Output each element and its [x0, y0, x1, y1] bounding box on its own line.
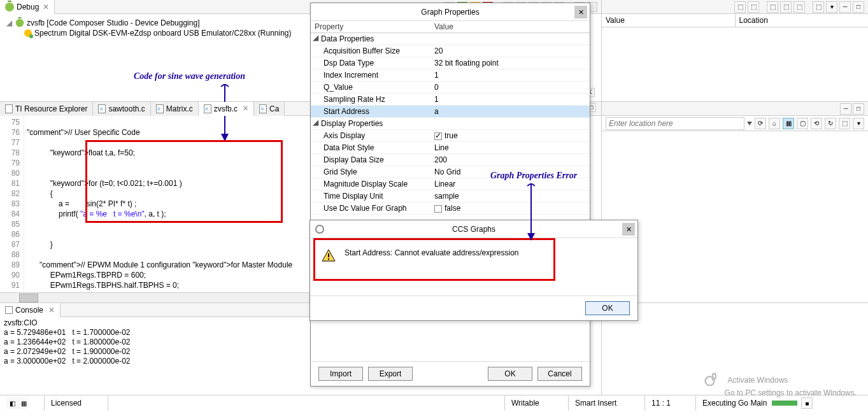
- checkbox-icon[interactable]: [434, 205, 442, 213]
- console-right-panel: [602, 303, 868, 395]
- file-icon: [156, 104, 164, 113]
- col-header-location[interactable]: Location: [736, 14, 869, 27]
- status-executing: Executing Go Main: [702, 399, 767, 408]
- prop-group[interactable]: ◢ Display Properties: [311, 118, 590, 130]
- line-gutter: 757677787980818283848586878889909192: [0, 116, 24, 292]
- ok-button[interactable]: OK: [488, 367, 532, 381]
- status-writable: Writable: [505, 395, 569, 411]
- toolbar-btn[interactable]: ⬚: [748, 1, 759, 13]
- col-header-value: Value: [432, 21, 590, 32]
- stop-exec-button[interactable]: ■: [801, 397, 813, 409]
- highlight-box: [313, 238, 555, 281]
- dialog-title: Graph Properties: [421, 8, 479, 17]
- file-icon: [204, 104, 211, 113]
- graph-properties-dialog: Graph Properties ✕ Property Value ◢ Data…: [310, 3, 590, 387]
- col-header-value[interactable]: Value: [602, 14, 735, 27]
- status-icon[interactable]: ▦: [18, 397, 29, 409]
- location-input[interactable]: [606, 117, 744, 130]
- annotation-code: Code for sine wave generation: [134, 71, 245, 82]
- console-tab[interactable]: Console ✕: [0, 303, 60, 317]
- property-row[interactable]: Dsp Data Type32 bit floating point: [311, 57, 590, 69]
- close-button[interactable]: ✕: [622, 223, 635, 236]
- ccs-graphs-dialog: CCS Graphs ✕ Start Address: Cannot evalu…: [309, 220, 638, 321]
- nav-btn[interactable]: ↻: [825, 118, 836, 129]
- memory-view-body: [602, 131, 868, 302]
- close-button[interactable]: ✕: [574, 6, 587, 18]
- toolbar-btn[interactable]: ⬚: [767, 1, 778, 13]
- progress-bar: [772, 401, 797, 406]
- minimize-icon[interactable]: ─: [839, 1, 851, 13]
- nav-btn[interactable]: ▢: [797, 118, 808, 129]
- editor-tab[interactable]: Ca: [254, 102, 285, 116]
- prop-group[interactable]: ◢ Data Properties: [311, 33, 590, 45]
- maximize-icon[interactable]: □: [853, 103, 864, 115]
- ok-button[interactable]: OK: [585, 301, 630, 315]
- col-header-property: Property: [311, 21, 432, 32]
- debug-tab[interactable]: Debug ✕: [0, 0, 55, 14]
- dialog-title: CCS Graphs: [452, 225, 495, 234]
- property-row[interactable]: Use Dc Value For Graphfalse: [311, 202, 590, 215]
- nav-btn[interactable]: ▾: [853, 118, 864, 129]
- variables-view: ⬚ ⬚ ⬚ ⬚ ⬚ ⬚ ▾ ─ □ Value Location: [602, 0, 868, 102]
- bug-icon: [5, 3, 14, 11]
- nav-btn[interactable]: ⟳: [755, 118, 766, 129]
- nav-btn[interactable]: ⬚: [839, 118, 850, 129]
- import-button[interactable]: Import: [318, 367, 363, 381]
- app-icon: [315, 225, 324, 234]
- editor-tab[interactable]: Matrix.c: [151, 102, 199, 116]
- close-icon[interactable]: ✕: [243, 104, 248, 113]
- cancel-button[interactable]: Cancel: [537, 367, 582, 381]
- status-linecol: 11 : 1: [645, 395, 696, 411]
- toolbar-btn[interactable]: ▾: [826, 1, 837, 13]
- close-icon[interactable]: ✕: [43, 3, 49, 11]
- toolbar-btn[interactable]: ⬚: [793, 1, 805, 13]
- toolbar-btn[interactable]: ⬚: [813, 1, 824, 13]
- editor-tab[interactable]: sawtooth.c: [93, 102, 150, 116]
- nav-btn[interactable]: ▦: [783, 118, 794, 129]
- property-row[interactable]: Index Increment1: [311, 69, 590, 82]
- console-icon: [5, 306, 13, 314]
- debug-tab-label: Debug: [17, 3, 39, 11]
- property-row[interactable]: Start Addressa: [311, 106, 590, 118]
- tree-project-label: zvsfb [Code Composer Studio - Device Deb…: [27, 18, 199, 27]
- file-icon: [5, 104, 13, 113]
- nav-btn[interactable]: ⟲: [811, 118, 822, 129]
- chip-icon: [24, 29, 32, 37]
- svg-marker-6: [527, 233, 535, 241]
- editor-tab[interactable]: zvsfb.c✕: [199, 102, 254, 116]
- console-tab-label: Console: [15, 306, 43, 315]
- status-insert: Smart Insert: [569, 395, 645, 411]
- property-row[interactable]: Sampling Rate Hz1: [311, 94, 590, 106]
- close-icon[interactable]: ✕: [48, 306, 55, 315]
- editor-tab[interactable]: TI Resource Explorer: [0, 102, 93, 116]
- minimize-icon[interactable]: ─: [840, 103, 851, 115]
- bug-icon: [16, 19, 24, 27]
- file-icon: [259, 104, 267, 113]
- tree-toggle-icon[interactable]: ◢: [311, 118, 320, 129]
- toolbar-btn[interactable]: ⬚: [780, 1, 792, 13]
- property-row[interactable]: Acquisition Buffer Size20: [311, 45, 590, 57]
- status-bar: ◧ ▦ Licensed Writable Smart Insert 11 : …: [0, 395, 868, 411]
- tree-toggle-icon[interactable]: ◢: [311, 33, 320, 45]
- home-icon[interactable]: ⌂: [769, 118, 780, 129]
- highlight-box: [85, 140, 283, 223]
- tree-device-label: Spectrum Digital DSK-EVM-eZdsp onboard U…: [34, 29, 292, 38]
- status-icon[interactable]: ◧: [6, 397, 18, 409]
- status-license: Licensed: [45, 395, 108, 411]
- checkbox-icon[interactable]: [434, 132, 442, 140]
- property-row[interactable]: Q_Value0: [311, 82, 590, 94]
- property-row[interactable]: Axis Displaytrue: [311, 130, 590, 142]
- arrow-icon: [526, 183, 535, 241]
- tree-toggle-icon[interactable]: ◢: [6, 18, 13, 27]
- file-icon: [98, 104, 106, 113]
- property-row[interactable]: Display Data Size200: [311, 154, 590, 166]
- property-row[interactable]: Time Display Unitsample: [311, 190, 590, 202]
- annotation-error: Graph Properties Error: [490, 171, 577, 181]
- export-button[interactable]: Export: [368, 367, 413, 381]
- toolbar-btn[interactable]: ⬚: [734, 1, 746, 13]
- property-row[interactable]: Data Plot StyleLine: [311, 142, 590, 154]
- maximize-icon[interactable]: □: [853, 1, 864, 13]
- location-bar: ⟳ ⌂ ▦ ▢ ⟲ ↻ ⬚ ▾: [602, 116, 868, 131]
- dropdown-icon[interactable]: [747, 122, 752, 125]
